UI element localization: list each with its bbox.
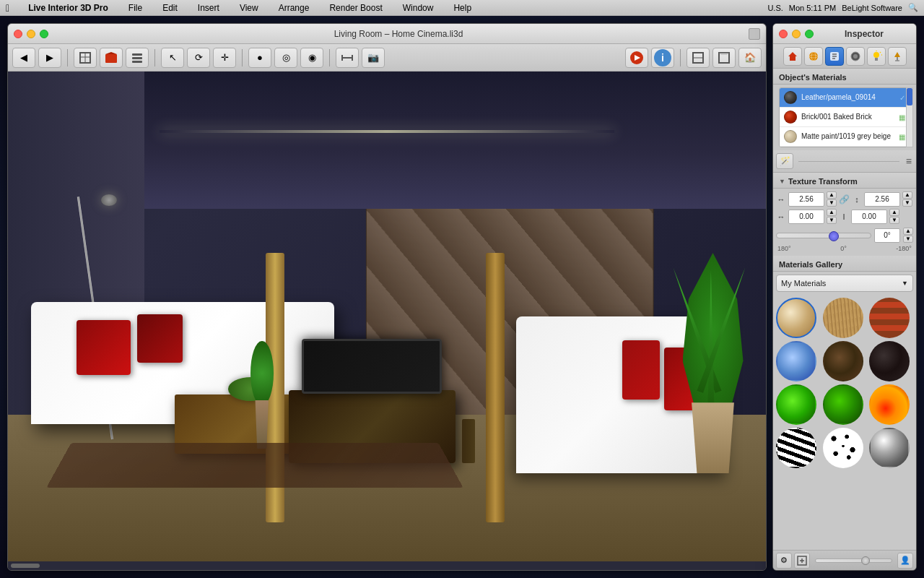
- inspector-size-slider[interactable]: [815, 558, 892, 563]
- width-decrement[interactable]: ▼: [827, 199, 837, 207]
- inspector-size-slider-thumb[interactable]: [861, 556, 870, 565]
- inspector-maximize-button[interactable]: [805, 30, 814, 38]
- offset-x-decrement[interactable]: ▼: [827, 217, 837, 224]
- menu-render-boost[interactable]: Render Boost: [325, 2, 386, 14]
- camera-tool[interactable]: 📷: [362, 48, 385, 68]
- spot-light-tool[interactable]: ◎: [274, 48, 297, 68]
- apple-logo-icon[interactable]: : [6, 2, 9, 14]
- swatch-very-dark[interactable]: [869, 341, 910, 381]
- horizontal-scrollbar[interactable]: [8, 561, 766, 570]
- ortho-view-button[interactable]: [687, 48, 710, 68]
- inspector-sphere-tool[interactable]: [804, 47, 823, 66]
- swatch-green-mid[interactable]: [823, 384, 863, 425]
- menu-arrange[interactable]: Arrange: [274, 2, 314, 14]
- inspector-material-tool[interactable]: [825, 47, 844, 66]
- menu-window[interactable]: Window: [398, 2, 438, 14]
- inspector-bottom-toolbar: ⚙ 👤: [773, 550, 916, 570]
- rotation-increment[interactable]: ▲: [903, 228, 913, 235]
- close-button[interactable]: [14, 30, 22, 38]
- collapse-icon[interactable]: ▼: [779, 178, 785, 185]
- inspector-texture-tool[interactable]: [846, 47, 865, 66]
- inspector-gear-button[interactable]: ⚙: [776, 553, 792, 569]
- large-plant: [675, 253, 751, 473]
- height-increment[interactable]: ▲: [902, 191, 912, 199]
- scrollbar-thumb[interactable]: [11, 564, 40, 568]
- link-icon[interactable]: 🔗: [839, 194, 850, 204]
- search-icon[interactable]: 🔍: [908, 3, 918, 12]
- svg-rect-5: [132, 53, 142, 56]
- inspector-import-button[interactable]: [794, 553, 810, 569]
- floorplan-button[interactable]: [74, 48, 97, 68]
- inspector-lamp-tool[interactable]: [888, 47, 907, 66]
- gallery-dropdown[interactable]: My Materials ▼: [776, 275, 913, 292]
- wand-button[interactable]: 🪄: [776, 153, 793, 169]
- info-button[interactable]: i: [651, 48, 674, 68]
- swatch-wood-light[interactable]: [823, 298, 863, 338]
- offset-x-stepper: ▲ ▼: [827, 209, 837, 224]
- rotation-max-label: -180°: [896, 245, 912, 252]
- menu-edit[interactable]: Edit: [158, 2, 182, 14]
- menu-insert[interactable]: Insert: [193, 2, 224, 14]
- rotation-slider-track[interactable]: [776, 233, 871, 238]
- swatch-zebra[interactable]: [776, 428, 816, 468]
- materials-scroll-thumb[interactable]: [907, 88, 912, 105]
- app-name[interactable]: Live Interior 3D Pro: [24, 2, 113, 14]
- height-input[interactable]: [864, 192, 900, 207]
- width-increment[interactable]: ▲: [827, 191, 837, 199]
- rotate-tool[interactable]: ⟳: [187, 48, 210, 68]
- swatch-water[interactable]: [776, 341, 816, 381]
- swatch-dark-wood[interactable]: [823, 341, 863, 381]
- swatch-spots[interactable]: [823, 428, 863, 468]
- move-tool[interactable]: ✛: [213, 48, 236, 68]
- rotation-slider-thumb[interactable]: [829, 231, 839, 241]
- width-input[interactable]: [788, 192, 824, 207]
- material-search-bar: 🪄 ≡: [773, 150, 916, 173]
- rotation-input[interactable]: [874, 228, 900, 243]
- offset-x-increment[interactable]: ▲: [827, 209, 837, 216]
- list-view-button[interactable]: [126, 48, 149, 68]
- inspector-minimize-button[interactable]: [792, 30, 801, 38]
- home-view-button[interactable]: 🏠: [738, 48, 762, 68]
- swatch-fire[interactable]: [869, 384, 910, 425]
- swatch-chrome[interactable]: [869, 428, 910, 468]
- render-button[interactable]: [625, 48, 648, 68]
- back-button[interactable]: ◀: [12, 48, 35, 68]
- height-decrement[interactable]: ▼: [902, 199, 912, 207]
- perspective-view-button[interactable]: [712, 48, 736, 68]
- inspector-light-tool[interactable]: [867, 47, 886, 66]
- area-light-tool[interactable]: ◉: [300, 48, 323, 68]
- svg-point-28: [853, 54, 858, 59]
- swatch-beige[interactable]: [776, 298, 816, 338]
- dimension-tool[interactable]: [336, 48, 359, 68]
- maximize-button[interactable]: [40, 30, 48, 38]
- room-view-button[interactable]: [100, 48, 123, 68]
- minimize-button[interactable]: [27, 30, 35, 38]
- resize-button[interactable]: [749, 28, 760, 40]
- menu-help[interactable]: Help: [449, 2, 476, 14]
- menu-view[interactable]: View: [235, 2, 263, 14]
- scene-area[interactable]: [8, 72, 766, 561]
- rotation-decrement[interactable]: ▼: [903, 236, 913, 243]
- swatch-brick-material[interactable]: [869, 298, 910, 338]
- texture-transform-label: Texture Transform: [788, 177, 858, 186]
- more-options-button[interactable]: ≡: [905, 154, 913, 168]
- swatch-green-bright[interactable]: [776, 384, 816, 425]
- offset-y-decrement[interactable]: ▼: [889, 217, 899, 224]
- inspector-person-button[interactable]: 👤: [897, 553, 913, 569]
- inspector-titlebar: Inspector: [773, 24, 916, 44]
- offset-y-increment[interactable]: ▲: [889, 209, 899, 216]
- offset-x-input[interactable]: [788, 210, 824, 224]
- forward-button[interactable]: ▶: [38, 48, 61, 68]
- material-item-paint[interactable]: Matte paint/1019 grey beige ▦: [780, 127, 910, 147]
- menu-file[interactable]: File: [124, 2, 147, 14]
- inspector-close-button[interactable]: [779, 30, 788, 38]
- offset-y-input[interactable]: [851, 210, 887, 224]
- material-item-leather[interactable]: Leather/pamela_09014 ✓: [780, 88, 910, 108]
- offset-x-icon: ↔: [776, 212, 786, 221]
- point-light-tool[interactable]: ●: [248, 48, 271, 68]
- material-item-brick[interactable]: Brick/001 Baked Brick ▦: [780, 108, 910, 127]
- svg-marker-18: [719, 53, 729, 55]
- materials-scrollbar[interactable]: [906, 87, 913, 147]
- select-tool[interactable]: ↖: [161, 48, 184, 68]
- inspector-house-tool[interactable]: [783, 47, 802, 66]
